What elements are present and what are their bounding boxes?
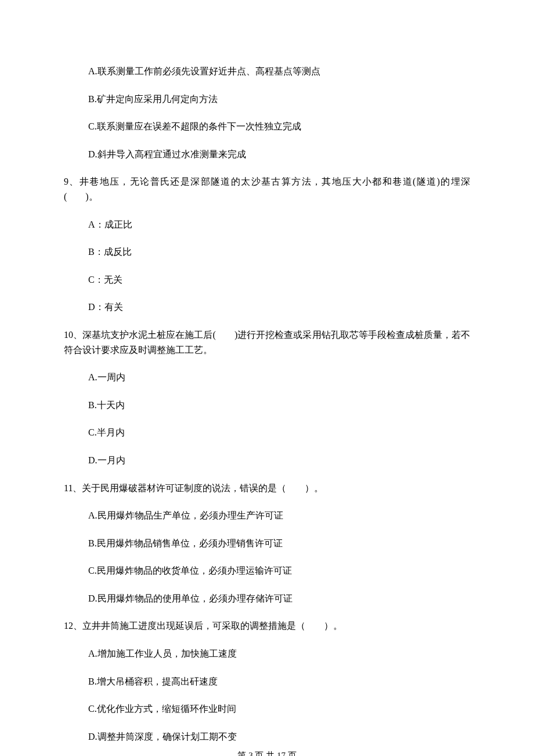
q11-option-b: B.民用爆炸物品销售单位，必须办理销售许可证: [88, 536, 470, 551]
q9-option-c: C：无关: [88, 272, 470, 287]
q11-option-a: A.民用爆炸物品生产单位，必须办理生产许可证: [88, 508, 470, 523]
q8-option-a: A.联系测量工作前必须先设置好近井点、高程基点等测点: [88, 64, 470, 79]
q12-option-d: D.调整井筒深度，确保计划工期不变: [88, 729, 470, 744]
q11-text: 11、关于民用爆破器材许可证制度的说法，错误的是（ ）。: [64, 481, 470, 496]
q9-text: 9、井巷地压，无论普氏还是深部隧道的太沙基古算方法，其地压大小都和巷道(隧道)的…: [64, 174, 470, 204]
q10-text: 10、深基坑支护水泥土桩应在施工后( )进行开挖检查或采用钻孔取芯等手段检查成桩…: [64, 327, 470, 357]
q11-option-c: C.民用爆炸物品的收货单位，必须办理运输许可证: [88, 563, 470, 578]
q9-option-d: D：有关: [88, 300, 470, 315]
q8-option-b: B.矿井定向应采用几何定向方法: [88, 92, 470, 107]
q8-option-d: D.斜井导入高程宜通过水准测量来完成: [88, 147, 470, 162]
q9-option-a: A：成正比: [88, 217, 470, 232]
q12-text: 12、立井井筒施工进度出现延误后，可采取的调整措施是（ ）。: [64, 618, 470, 633]
q9-option-b: B：成反比: [88, 244, 470, 260]
q12-option-b: B.增大吊桶容积，提高出矸速度: [88, 674, 470, 689]
q10-option-d: D.一月内: [88, 453, 470, 468]
q12-option-a: A.增加施工作业人员，加快施工速度: [88, 646, 470, 661]
q8-option-c: C.联系测量应在误差不超限的条件下一次性独立完成: [88, 119, 470, 134]
q10-option-a: A.一周内: [88, 370, 470, 385]
q10-option-c: C.半月内: [88, 425, 470, 440]
q10-option-b: B.十天内: [88, 398, 470, 413]
q12-option-c: C.优化作业方式，缩短循环作业时间: [88, 701, 470, 717]
q11-option-d: D.民用爆炸物品的使用单位，必须办理存储许可证: [88, 591, 470, 606]
page-footer: 第 3 页 共 17 页: [0, 748, 534, 756]
